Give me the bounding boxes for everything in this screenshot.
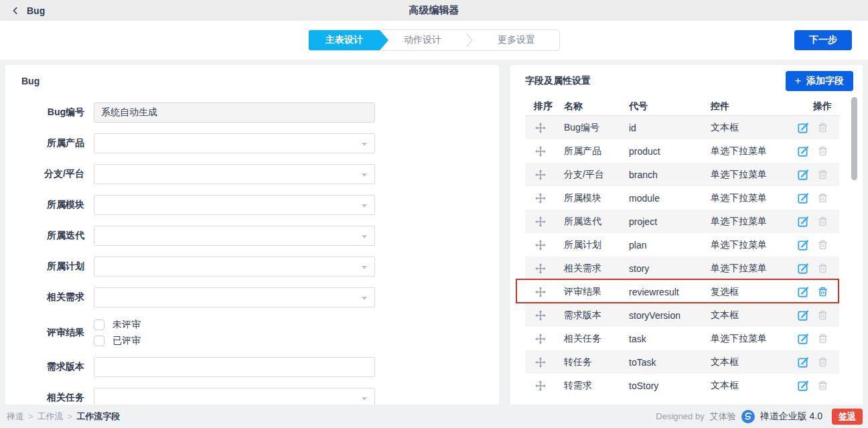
form-row: 分支/平台 — [21, 164, 499, 184]
field-control: 文本框 — [711, 380, 798, 392]
field-control: 文本框 — [711, 356, 798, 368]
form-row: 相关需求 — [21, 287, 499, 307]
breadcrumb-workflow[interactable]: 工作流 — [38, 411, 64, 423]
edit-icon[interactable] — [798, 122, 809, 133]
tab-more-settings[interactable]: 更多设置 — [474, 30, 559, 50]
field-code: module — [629, 193, 711, 204]
table-row: 分支/平台 branch 单选下拉菜单 — [525, 163, 839, 186]
field-label: 所属产品 — [21, 137, 84, 149]
field-control: 文本框 — [711, 122, 798, 134]
field-name: 所属计划 — [564, 239, 629, 251]
step-toolbar: 主表设计 动作设计 更多设置 下一步 — [0, 21, 868, 60]
footer: 禅道 > 工作流 > 工作流字段 Designed by 艾体验 禅道企业版 4… — [0, 405, 868, 428]
checkbox-option-reviewed[interactable]: 已评审 — [94, 334, 141, 348]
field-control: 单选下拉菜单 — [711, 239, 798, 251]
form-row: 所属计划 — [21, 257, 499, 277]
zentao-logo-icon — [741, 410, 755, 423]
edit-icon[interactable] — [798, 286, 809, 297]
project-select[interactable] — [94, 226, 375, 246]
plan-select[interactable] — [94, 257, 375, 277]
scrollbar-thumb[interactable] — [851, 97, 857, 180]
checkbox-icon[interactable] — [94, 319, 104, 330]
field-code: project — [629, 216, 711, 227]
field-label: Bug编号 — [21, 106, 84, 119]
edit-icon[interactable] — [798, 169, 809, 180]
drag-handle-icon[interactable] — [535, 193, 546, 204]
table-body: Bug编号 id 文本框 所属产品 product 单选下拉菜单 分支/平台 b… — [525, 116, 839, 397]
breadcrumb-zentao[interactable]: 禅道 — [7, 411, 24, 423]
tab-action-design[interactable]: 动作设计 — [380, 30, 465, 50]
edit-icon[interactable] — [798, 263, 809, 274]
drag-handle-icon[interactable] — [535, 123, 546, 133]
edit-icon[interactable] — [798, 192, 809, 204]
product-select[interactable] — [94, 133, 375, 153]
drag-handle-icon[interactable] — [535, 334, 546, 344]
field-name: 分支/平台 — [564, 169, 629, 181]
bug-form: Bug编号 所属产品 分支/平台 所属模块 所属迭代 — [21, 102, 499, 405]
tab-main-table-design[interactable]: 主表设计 — [309, 30, 380, 50]
trash-icon[interactable] — [817, 286, 828, 297]
signout-button[interactable]: 签退 — [832, 409, 863, 425]
panel-header: 字段及属性设置 + 添加字段 — [510, 65, 863, 97]
field-name: 相关需求 — [564, 263, 629, 275]
field-code: branch — [629, 169, 711, 180]
brand-text: 禅道企业版 4.0 — [760, 411, 822, 423]
breadcrumb-separator: > — [28, 411, 33, 421]
back-button[interactable]: Bug — [11, 5, 45, 16]
field-code: product — [629, 146, 711, 157]
field-control: 单选下拉菜单 — [711, 169, 798, 181]
edit-icon[interactable] — [798, 333, 809, 344]
table-row: 需求版本 storyVersion 文本框 — [525, 303, 839, 327]
table-row: 所属迭代 project 单选下拉菜单 — [525, 210, 839, 233]
field-settings-panel: 字段及属性设置 + 添加字段 排序 名称 代号 控件 操作 Bug编号 id 文… — [510, 65, 863, 405]
next-step-button[interactable]: 下一步 — [794, 30, 852, 50]
checkbox-option-unreviewed[interactable]: 未评审 — [94, 318, 141, 332]
edit-icon[interactable] — [798, 309, 809, 321]
story-version-field[interactable] — [94, 357, 375, 377]
field-code: storyVersion — [629, 310, 711, 321]
form-row: 需求版本 — [21, 357, 499, 377]
field-name: 转任务 — [564, 356, 629, 368]
story-version-input[interactable] — [94, 358, 374, 376]
field-code: story — [629, 263, 711, 274]
table-header-row: 排序 名称 代号 控件 操作 — [525, 97, 839, 116]
form-row: 所属模块 — [21, 195, 499, 215]
edit-icon[interactable] — [798, 145, 809, 157]
drag-handle-icon[interactable] — [535, 357, 546, 368]
page-title: 高级编辑器 — [409, 4, 459, 17]
checkbox-icon[interactable] — [94, 336, 104, 346]
field-name: 相关任务 — [564, 333, 629, 345]
field-control: 复选框 — [711, 286, 798, 298]
designed-by-text: Designed by — [656, 411, 704, 421]
drag-handle-icon[interactable] — [535, 310, 546, 321]
drag-handle-icon[interactable] — [535, 240, 546, 251]
drag-handle-icon[interactable] — [535, 263, 546, 274]
edit-icon[interactable] — [798, 216, 809, 227]
drag-handle-icon[interactable] — [535, 380, 546, 391]
drag-handle-icon[interactable] — [535, 216, 546, 227]
trash-icon — [817, 380, 828, 391]
drag-handle-icon[interactable] — [535, 146, 546, 157]
field-control: 单选下拉菜单 — [711, 145, 798, 157]
add-field-button[interactable]: + 添加字段 — [786, 71, 853, 91]
bug-id-input — [94, 103, 374, 122]
field-code: id — [629, 123, 711, 133]
edit-icon[interactable] — [798, 356, 809, 368]
trash-icon — [817, 192, 828, 204]
drag-handle-icon[interactable] — [535, 287, 546, 297]
trash-icon — [817, 122, 828, 133]
table-row-highlighted: 评审结果 reviewresult 复选框 — [525, 280, 839, 303]
step-separator-icon — [465, 30, 474, 50]
drag-handle-icon[interactable] — [535, 169, 546, 180]
bug-id-field — [94, 102, 375, 123]
module-select[interactable] — [94, 195, 375, 215]
main-area: Bug Bug编号 所属产品 分支/平台 所属模块 所属迭代 — [0, 60, 868, 405]
footer-right: Designed by 艾体验 禅道企业版 4.0 签退 — [656, 409, 863, 425]
edit-icon[interactable] — [798, 239, 809, 251]
story-select[interactable] — [94, 287, 375, 307]
branch-select[interactable] — [94, 164, 375, 184]
task-select[interactable] — [94, 388, 375, 405]
edit-icon[interactable] — [798, 380, 809, 391]
checkbox-label: 已评审 — [113, 335, 141, 347]
table-row: 相关需求 story 单选下拉菜单 — [525, 257, 839, 280]
